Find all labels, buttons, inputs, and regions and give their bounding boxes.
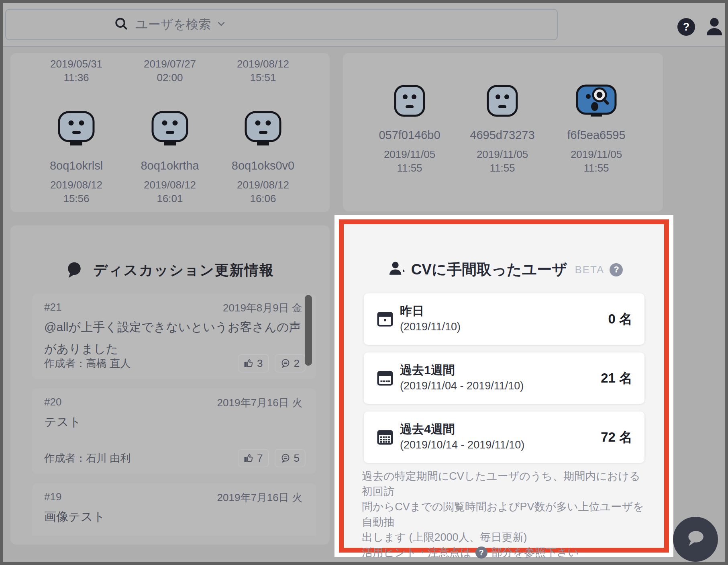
discussion-item[interactable]: #192019年7月16日 火 画像テスト 作成者：柴田 進運 3 1 xyxy=(32,483,316,536)
calendar-day-icon xyxy=(376,309,394,330)
cv-row-count: 21 名 xyxy=(601,352,632,404)
discussion-scrollbar[interactable] xyxy=(305,295,312,366)
help-icon[interactable]: ? xyxy=(677,18,695,36)
cv-description-line: 出します (上限2000人、毎日更新) xyxy=(362,530,645,545)
discussion-list: #212019年8月9日 金 @allが上手く設定できないというお客さんの声があ… xyxy=(32,294,316,536)
discussion-number: #20 xyxy=(44,396,61,410)
search-placeholder: ユーザを検索 xyxy=(135,16,211,33)
search-input[interactable]: ユーザを検索 xyxy=(5,9,558,40)
search-icon xyxy=(114,16,129,33)
cv-row-label: 過去4週間 xyxy=(400,421,455,438)
visit-date: 2019/08/1215:56 xyxy=(32,178,120,205)
likes-badge[interactable]: 3 xyxy=(238,354,269,373)
likes-badge[interactable]: 7 xyxy=(238,449,269,467)
cv-hint-prefix: 活用ヒント・注意点は xyxy=(362,545,471,560)
discussion-item[interactable]: #202019年7月16日 火 テスト 作成者：石川 由利 7 5 xyxy=(32,389,316,474)
user-cell[interactable]: 2019/08/1215:51 8oq1oks0v0 2019/08/1216:… xyxy=(219,57,307,205)
cv-description-line: 問からCVまでの閲覧時間およびPV数が多い上位ユーザを自動抽 xyxy=(362,499,645,530)
user-grid-panel-right: 057f0146b0 2019/11/0511:55 4695d73273 20… xyxy=(343,53,663,211)
cv-row-yesterday[interactable]: 昨日 (2019/11/10) 0 名 xyxy=(364,293,644,345)
person-icon xyxy=(388,261,406,278)
likes-count: 7 xyxy=(257,452,263,465)
discussion-item[interactable]: #212019年8月9日 金 @allが上手く設定できないというお客さんの声があ… xyxy=(32,294,316,379)
cv-description-line: 過去の特定期間にCVしたユーザのうち、期間内における初回訪 xyxy=(362,469,645,499)
user-id[interactable]: 8oq1oks0v0 xyxy=(219,159,307,172)
calendar-week-icon xyxy=(376,368,394,389)
cv-panel-title: CVに手間取ったユーザ xyxy=(411,260,567,280)
cv-row-range: (2019/11/04 - 2019/11/10) xyxy=(400,380,524,392)
user-id[interactable]: f6f5ea6595 xyxy=(552,129,640,142)
visit-date: 2019/07/2702:00 xyxy=(126,57,214,84)
account-icon[interactable] xyxy=(705,17,724,39)
discussion-date: 2019年7月16日 火 xyxy=(217,491,302,505)
discussion-number: #21 xyxy=(44,301,61,315)
comments-count: 2 xyxy=(294,357,300,370)
cv-row-label: 昨日 xyxy=(400,303,424,319)
cv-row-count: 0 名 xyxy=(608,293,632,345)
user-cell-selected[interactable]: f6f5ea6595 2019/11/0511:55 xyxy=(552,84,640,175)
cv-row-label: 過去1週間 xyxy=(400,362,455,379)
cv-description: 過去の特定期間にCVしたユーザのうち、期間内における初回訪 問からCVまでの閲覧… xyxy=(362,469,645,560)
cv-hint-suffix: 部分を参照下さい xyxy=(491,545,579,560)
visit-date: 2019/11/0511:55 xyxy=(365,147,454,175)
chat-fab-button[interactable] xyxy=(673,517,718,562)
robot-avatar-icon[interactable] xyxy=(32,111,120,149)
cv-help-icon[interactable]: ? xyxy=(610,263,623,276)
visit-date: 2019/05/3111:36 xyxy=(32,57,120,84)
top-bar: ユーザを検索 ? xyxy=(3,3,725,47)
discussion-author: 作成者：石川 由利 xyxy=(44,451,131,465)
discussion-date: 2019年7月16日 火 xyxy=(217,396,302,410)
robot-avatar-icon[interactable] xyxy=(365,84,454,119)
chevron-down-icon xyxy=(217,21,225,28)
robot-avatar-icon[interactable] xyxy=(126,111,214,149)
discussion-body: @allが上手く設定できないというお客さんの声がありました xyxy=(44,316,302,360)
speech-bubble-icon xyxy=(66,261,83,280)
chat-bubble-icon xyxy=(682,525,709,553)
user-id[interactable]: 8oq1okrtha xyxy=(126,159,214,172)
cv-row-range: (2019/11/10) xyxy=(400,321,461,333)
user-grid-panel-left: 2019/05/3111:36 8oq1okrlsl 2019/08/1215:… xyxy=(10,53,330,212)
beta-badge: BETA xyxy=(572,264,604,276)
user-cell[interactable]: 2019/05/3111:36 8oq1okrlsl 2019/08/1215:… xyxy=(32,57,120,205)
cv-row-past-4-weeks[interactable]: 過去4週間 (2019/10/14 - 2019/11/10) 72 名 xyxy=(364,411,644,463)
user-cell[interactable]: 2019/07/2702:00 8oq1okrtha 2019/08/1216:… xyxy=(126,57,214,205)
cv-row-range: (2019/10/14 - 2019/11/10) xyxy=(400,439,524,451)
discussion-panel: ディスカッション更新情報 #212019年8月9日 金 @allが上手く設定でき… xyxy=(10,225,330,545)
comments-badge[interactable]: 5 xyxy=(275,449,306,467)
likes-count: 3 xyxy=(257,357,263,370)
user-cell[interactable]: 057f0146b0 2019/11/0511:55 xyxy=(365,84,454,175)
visit-date: 2019/08/1215:51 xyxy=(219,57,307,84)
discussion-author: 作成者：高橋 直人 xyxy=(44,356,131,371)
comments-count: 5 xyxy=(294,452,300,465)
robot-avatar-icon[interactable] xyxy=(219,111,307,149)
discussion-date: 2019年8月9日 金 xyxy=(223,301,302,315)
user-id[interactable]: 057f0146b0 xyxy=(365,129,454,142)
discussion-body: 画像テスト xyxy=(44,506,302,528)
visit-date: 2019/11/0511:55 xyxy=(552,147,640,175)
visit-date: 2019/08/1216:06 xyxy=(219,178,307,205)
cv-row-past-week[interactable]: 過去1週間 (2019/11/04 - 2019/11/10) 21 名 xyxy=(364,352,644,404)
cv-row-count: 72 名 xyxy=(601,411,632,463)
app-window: ユーザを検索 ? 2019/05/3111:36 8oq1okrlsl 2019… xyxy=(0,0,728,565)
robot-avatar-icon[interactable] xyxy=(458,84,547,119)
discussion-number: #19 xyxy=(44,491,61,505)
user-id[interactable]: 4695d73273 xyxy=(458,129,547,142)
discussion-title: ディスカッション更新情報 xyxy=(93,261,274,280)
user-id[interactable]: 8oq1okrlsl xyxy=(32,159,120,172)
robot-avatar-magnifier-icon[interactable] xyxy=(552,84,640,119)
discussion-body: テスト xyxy=(44,411,302,433)
visit-date: 2019/08/1216:01 xyxy=(126,178,214,205)
hint-question-icon[interactable]: ? xyxy=(475,547,487,559)
user-cell[interactable]: 4695d73273 2019/11/0511:55 xyxy=(458,84,547,175)
calendar-month-icon xyxy=(376,428,394,448)
comments-badge[interactable]: 2 xyxy=(275,354,306,373)
visit-date: 2019/11/0511:55 xyxy=(458,147,547,175)
